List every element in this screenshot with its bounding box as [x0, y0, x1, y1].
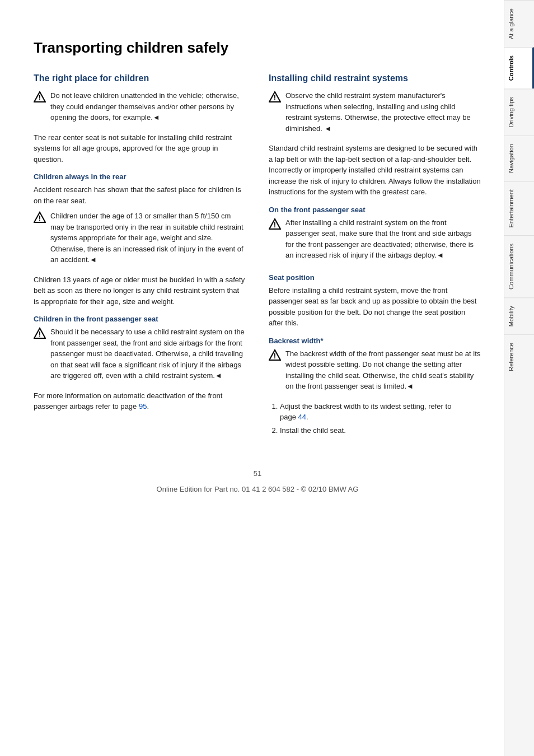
right-column: Installing child restraint systems ! Obs… — [269, 73, 481, 440]
svg-text:!: ! — [274, 352, 276, 360]
warning-block-2: ! Children under the age of 13 or smalle… — [34, 211, 246, 270]
warning-text-right-1: Observe the child restraint system manuf… — [285, 90, 481, 134]
sidebar-tab-mobility[interactable]: Mobility — [504, 297, 534, 334]
svg-text:!: ! — [274, 94, 276, 102]
children-rear-para2: Children 13 years of age or older must b… — [34, 274, 246, 307]
page-link-44[interactable]: 44 — [298, 413, 306, 421]
svg-text:!: ! — [39, 330, 41, 338]
children-rear-para1: Accident research has shown that the saf… — [34, 184, 246, 206]
warning-block-3: ! Should it be necessary to use a child … — [34, 326, 246, 386]
sidebar-tab-controls[interactable]: Controls — [504, 47, 534, 88]
page-link-95[interactable]: 95 — [139, 402, 147, 410]
subsection-children-front: Children in the front passenger seat — [34, 315, 246, 323]
subsection-seat-position: Seat position — [269, 273, 481, 282]
sidebar-tab-reference[interactable]: Reference — [504, 334, 534, 379]
sidebar: At a glance Controls Driving tips Naviga… — [504, 0, 534, 756]
warning-text-right-2: After installing a child restraint syste… — [285, 217, 481, 261]
warning-text-right-3: The backrest width of the front passenge… — [285, 348, 481, 392]
right-para-1: Standard child restraint systems are des… — [269, 143, 481, 198]
backrest-steps: Adjust the backrest width to its widest … — [280, 401, 481, 436]
warning-icon-3: ! — [34, 327, 46, 339]
left-section-title: The right place for children — [34, 73, 246, 83]
subsection-front-passenger: On the front passenger seat — [269, 206, 481, 214]
warning-block-right-1: ! Observe the child restraint system man… — [269, 90, 481, 138]
front-seat-para: For more information on automatic deacti… — [34, 390, 246, 412]
warning-text-3: Should it be necessary to use a child re… — [50, 326, 246, 381]
warning-icon-right-3: ! — [269, 349, 281, 361]
step-2: Install the child seat. — [280, 425, 481, 436]
sidebar-tab-navigation[interactable]: Navigation — [504, 136, 534, 181]
seat-position-para: Before installing a child restraint syst… — [269, 285, 481, 329]
warning-text-1: Do not leave children unattended in the … — [50, 90, 246, 123]
step-1: Adjust the backrest width to its widest … — [280, 401, 481, 423]
subsection-children-always-rear: Children always in the rear — [34, 172, 246, 181]
warning-block-right-2: ! After installing a child restraint sys… — [269, 217, 481, 265]
warning-icon-2: ! — [34, 211, 46, 223]
warning-text-2: Children under the age of 13 or smaller … — [50, 211, 246, 265]
page-footer: 51 Online Edition for Part no. 01 41 2 6… — [34, 463, 481, 494]
right-section-title: Installing child restraint systems — [269, 73, 481, 83]
svg-text:!: ! — [39, 94, 41, 102]
warning-block-right-3: ! The backrest width of the front passen… — [269, 348, 481, 396]
subsection-backrest-width: Backrest width* — [269, 337, 481, 345]
sidebar-tab-communications[interactable]: Communications — [504, 235, 534, 297]
sidebar-tab-entertainment[interactable]: Entertainment — [504, 181, 534, 235]
svg-text:!: ! — [274, 221, 276, 229]
sidebar-tab-driving-tips[interactable]: Driving tips — [504, 88, 534, 135]
footer-page-num: 51 — [34, 468, 481, 479]
warning-icon-1: ! — [34, 91, 46, 103]
warning-icon-right-2: ! — [269, 218, 281, 230]
page-title: Transporting children safely — [34, 34, 481, 57]
sidebar-tab-at-a-glance[interactable]: At a glance — [504, 0, 534, 47]
svg-text:!: ! — [39, 214, 41, 222]
footer-copyright: Online Edition for Part no. 01 41 2 604 … — [34, 484, 481, 495]
warning-block-1: ! Do not leave children unattended in th… — [34, 90, 246, 128]
left-column: The right place for children ! Do not le… — [34, 73, 246, 440]
warning-icon-right-1: ! — [269, 91, 281, 103]
left-para-1: The rear center seat is not suitable for… — [34, 132, 246, 165]
